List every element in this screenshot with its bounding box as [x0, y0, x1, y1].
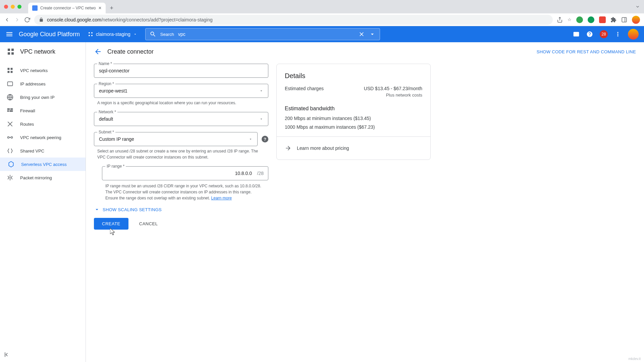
sidebar-item-label: VPC networks — [20, 68, 48, 73]
window-minimize-button[interactable] — [11, 5, 15, 9]
details-card: Details Estimated charges USD $13.45 - $… — [276, 64, 431, 160]
sidebar-item-routes[interactable]: Routes — [0, 117, 86, 131]
scaling-toggle-label: SHOW SCALING SETTINGS — [103, 207, 162, 212]
search-input[interactable] — [178, 32, 354, 37]
window-maximize-button[interactable] — [17, 5, 21, 9]
charges-sub: Plus network costs — [285, 93, 422, 98]
svg-point-3 — [89, 32, 90, 34]
extension-1-icon[interactable] — [576, 16, 583, 23]
sidebar-collapse-button[interactable] — [0, 347, 86, 362]
more-menu-icon[interactable] — [614, 31, 621, 38]
bookmark-icon[interactable]: ☆ — [568, 17, 572, 22]
nav-reload-button[interactable] — [24, 17, 30, 23]
sidebar-item-firewall[interactable]: Firewall — [0, 104, 86, 117]
network-select[interactable]: default — [94, 112, 268, 126]
sidebar-item-label: Bring your own IP — [20, 95, 55, 100]
notification-badge[interactable]: 28 — [600, 30, 608, 38]
chevron-down-icon — [259, 117, 263, 121]
search-clear-icon[interactable] — [358, 31, 365, 38]
region-label: Region * — [97, 81, 115, 86]
sidebar-item-shared-vpc[interactable]: Shared VPC — [0, 144, 86, 158]
region-value: europe-west1 — [99, 88, 127, 94]
ip-range-suffix: /28 — [257, 171, 264, 176]
ip-range-learn-more-link[interactable]: Learn more — [211, 196, 232, 200]
learn-more-pricing-link[interactable]: Learn more about pricing — [285, 143, 422, 152]
gcp-logo[interactable]: Google Cloud Platform — [19, 31, 80, 38]
svg-marker-25 — [9, 162, 13, 167]
name-input[interactable] — [94, 64, 268, 78]
chevron-down-icon — [94, 206, 100, 213]
scaling-settings-toggle[interactable]: SHOW SCALING SETTINGS — [94, 206, 268, 213]
back-button[interactable] — [94, 48, 102, 56]
bandwidth-max: 1000 Mbps at maximum instances ($67.23) — [285, 124, 422, 130]
form-actions: CREATE CANCEL — [94, 218, 268, 230]
learn-more-label: Learn more about pricing — [297, 145, 349, 151]
extension-2-icon[interactable] — [588, 16, 594, 23]
extension-3-icon[interactable] — [599, 16, 606, 23]
content-header: Create connector SHOW CODE FOR REST AND … — [86, 42, 644, 61]
window-controls — [4, 5, 21, 9]
serverless-icon — [8, 161, 14, 168]
subnet-select[interactable]: Custom IP range — [94, 132, 258, 146]
side-panel-icon[interactable] — [621, 17, 627, 23]
svg-rect-13 — [8, 71, 10, 73]
nav-forward-button[interactable] — [14, 17, 20, 23]
content-area: Create connector SHOW CODE FOR REST AND … — [86, 42, 644, 362]
help-icon[interactable] — [586, 31, 593, 38]
svg-rect-15 — [8, 82, 13, 86]
nav-back-button[interactable] — [4, 17, 10, 23]
name-label: Name * — [97, 61, 113, 66]
search-label: Search — [160, 32, 174, 37]
address-bar[interactable]: console.cloud.google.com/networking/conn… — [34, 15, 553, 25]
window-close-button[interactable] — [4, 5, 8, 9]
svg-rect-19 — [10, 108, 13, 110]
show-code-link[interactable]: SHOW CODE FOR REST AND COMMAND LINE — [537, 49, 636, 54]
ip-range-input[interactable] — [102, 166, 268, 180]
sidebar-item-vpc-networks[interactable]: VPC networks — [0, 64, 86, 77]
sidebar-item-packet-mirroring[interactable]: Packet mirroring — [0, 171, 86, 184]
arrow-right-icon — [285, 145, 291, 152]
details-title: Details — [285, 72, 422, 80]
sidebar: VPC network VPC networks IP addresses Br… — [0, 42, 86, 362]
tab-overflow-icon[interactable] — [635, 4, 640, 9]
sidebar-item-ip-addresses[interactable]: IP addresses — [0, 77, 86, 90]
svg-rect-9 — [8, 52, 10, 55]
extensions-icon[interactable] — [610, 17, 616, 23]
charges-label: Estimated charges — [285, 86, 324, 91]
subnet-help-icon[interactable]: ? — [262, 136, 268, 142]
chevron-down-icon — [249, 137, 253, 141]
project-name: claimora-staging — [96, 32, 130, 37]
tab-close-icon[interactable]: ✕ — [98, 6, 102, 10]
sidebar-item-peering[interactable]: VPC network peering — [0, 131, 86, 144]
bandwidth-title: Estimated bandwidth — [285, 106, 422, 112]
lock-icon — [39, 17, 44, 22]
cancel-button[interactable]: CANCEL — [134, 218, 163, 230]
new-tab-button[interactable]: + — [110, 5, 113, 12]
region-helper: A region is a specific geographical loca… — [94, 100, 268, 106]
subnet-label: Subnet * — [97, 130, 115, 134]
browser-tab[interactable]: Create connector – VPC netwo ✕ — [28, 3, 106, 13]
region-select[interactable]: europe-west1 — [94, 84, 268, 98]
charges-value: USD $13.45 - $67.23/month — [364, 86, 422, 91]
sidebar-item-label: IP addresses — [20, 81, 46, 86]
shared-icon — [7, 147, 13, 154]
search-dropdown-icon[interactable] — [369, 31, 376, 38]
search-bar[interactable]: Search — [145, 28, 380, 40]
account-avatar[interactable] — [628, 29, 639, 40]
project-selector[interactable]: claimora-staging — [88, 32, 137, 37]
ip-range-helper: IP range must be an unused /28 CIDR rang… — [102, 183, 268, 201]
cloud-shell-icon[interactable] — [573, 31, 580, 38]
sidebar-item-label: Routes — [20, 122, 34, 127]
svg-point-6 — [91, 35, 93, 36]
svg-rect-21 — [9, 110, 13, 112]
browser-toolbar: console.cloud.google.com/networking/conn… — [0, 13, 644, 26]
sidebar-item-bring-your-own-ip[interactable]: Bring your own IP — [0, 90, 86, 104]
subnet-field: Subnet * Custom IP range ? Select an unu… — [94, 132, 268, 160]
create-button[interactable]: CREATE — [94, 218, 128, 230]
svg-rect-10 — [11, 52, 14, 55]
vpc-network-icon — [7, 48, 15, 56]
profile-avatar-icon[interactable] — [632, 16, 640, 24]
share-icon[interactable] — [557, 17, 563, 23]
sidebar-item-serverless-vpc[interactable]: Serverless VPC access — [0, 158, 86, 171]
menu-button[interactable] — [5, 30, 13, 38]
